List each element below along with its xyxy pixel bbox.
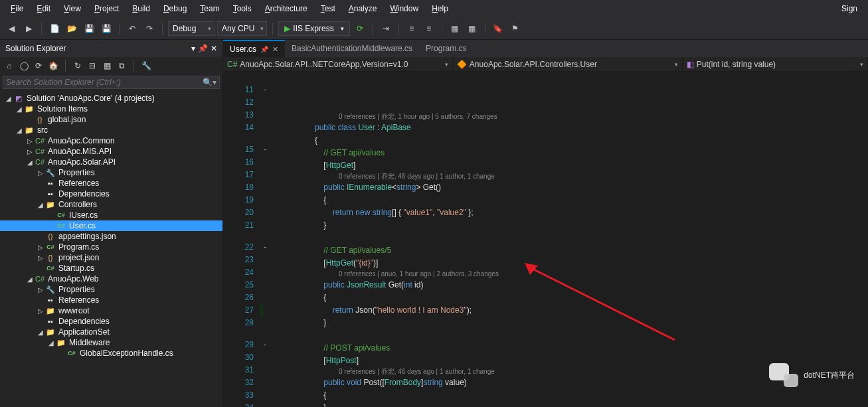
code-line[interactable] xyxy=(275,329,868,342)
undo-icon[interactable]: ↶ xyxy=(125,21,139,36)
code-line[interactable]: return Json("hello world ! I am Node3"); xyxy=(275,304,868,317)
sync-icon[interactable]: ⟳ xyxy=(33,60,44,71)
tree-item[interactable]: ◢C#AnuoApc.Web xyxy=(0,274,222,284)
code-line[interactable]: return new string[] { "value1", "value2"… xyxy=(275,206,868,219)
search-box[interactable]: 🔍▾ xyxy=(3,76,220,89)
uncomment-icon[interactable]: ▦ xyxy=(465,21,479,36)
home2-icon[interactable]: 🏠 xyxy=(48,60,58,71)
code-line[interactable]: } xyxy=(275,317,868,329)
outdent-icon[interactable]: ≡ xyxy=(422,21,436,36)
tree-item[interactable]: C#IUser.cs xyxy=(0,210,222,220)
back-icon[interactable]: ◀ xyxy=(4,21,19,36)
menu-test[interactable]: Test xyxy=(315,3,341,15)
tree-item[interactable]: ▪▪References xyxy=(0,295,222,305)
menu-project[interactable]: Project xyxy=(89,3,124,15)
code-line[interactable] xyxy=(275,232,868,244)
class-context[interactable]: 🔶AnuoApc.Solar.API.Controllers.User xyxy=(453,57,683,71)
flag-icon[interactable]: ⚑ xyxy=(508,21,523,36)
refresh2-icon[interactable]: ↻ xyxy=(72,60,83,71)
codelens[interactable]: 0 references | anuo, 1 hour ago | 2 auth… xyxy=(275,270,868,279)
platform-selector[interactable]: Any CPU xyxy=(217,21,267,36)
tree-item[interactable]: ◢📁src xyxy=(0,125,222,135)
tab-user-cs[interactable]: User.cs📌✕ xyxy=(223,40,285,57)
tree-item[interactable]: ▪▪Dependencies xyxy=(0,189,222,199)
tree-item[interactable]: C#GlobalExceptionHandle.cs xyxy=(0,348,222,359)
code-line[interactable]: [HttpGet] xyxy=(275,159,868,172)
code-line[interactable]: { xyxy=(275,194,868,206)
pin-icon[interactable]: 📌 xyxy=(260,46,268,53)
tree-item[interactable]: {}appsettings.json xyxy=(0,231,222,242)
home-icon[interactable]: ⌂ xyxy=(4,60,15,71)
config-selector[interactable]: Debug xyxy=(168,21,215,36)
menu-tools[interactable]: Tools xyxy=(228,3,257,15)
search-icon[interactable]: 🔍▾ xyxy=(203,78,217,87)
code-line[interactable]: } xyxy=(275,402,868,407)
copy-icon[interactable]: ⧉ xyxy=(116,60,127,71)
tree-item[interactable]: ▷{}project.json xyxy=(0,252,222,263)
tree-item[interactable]: ▪▪Dependencies xyxy=(0,316,222,327)
run-button[interactable]: ▶IIS Express▾ xyxy=(278,21,349,36)
menu-view[interactable]: View xyxy=(58,3,86,15)
menu-analyze[interactable]: Analyze xyxy=(343,3,383,15)
project-context[interactable]: C#AnuoApc.Solar.API..NETCoreApp,Version=… xyxy=(223,57,453,71)
close-icon[interactable]: ✕ xyxy=(211,44,217,53)
code-line[interactable]: // GET api/values/5 xyxy=(275,244,868,257)
tree-item[interactable]: ▪▪References xyxy=(0,178,222,189)
step-icon[interactable]: ⇥ xyxy=(379,21,393,36)
code-line[interactable]: public class User : ApiBase xyxy=(275,122,868,134)
tree-item[interactable]: ▷🔧Properties xyxy=(0,167,222,178)
code-line[interactable]: public IEnumerable<string> Get() xyxy=(275,181,868,194)
code-line[interactable]: [HttpGet("{id}")] xyxy=(275,257,868,270)
menu-help[interactable]: Help xyxy=(426,3,454,15)
member-context[interactable]: ◧Put(int id, string value) xyxy=(683,57,868,71)
tree-item[interactable]: ▷C#AnuoApc.Common xyxy=(0,135,222,146)
code-line[interactable]: public void Post([FromBody]string value) xyxy=(275,376,868,389)
tree-item[interactable]: C#User.cs xyxy=(0,220,222,231)
indent-icon[interactable]: ≡ xyxy=(404,21,419,36)
tree-item[interactable]: ◢◩Solution 'AnuoApc.Core' (4 projects) xyxy=(0,93,222,104)
forward-icon[interactable]: ▶ xyxy=(21,21,36,36)
redo-icon[interactable]: ↷ xyxy=(142,21,157,36)
code-line[interactable]: public JsonResult Get(int id) xyxy=(275,279,868,291)
tab-program-cs[interactable]: Program.cs xyxy=(419,40,473,57)
properties-icon[interactable]: 🔧 xyxy=(141,60,151,71)
code-line[interactable]: // GET api/values xyxy=(275,147,868,159)
menu-file[interactable]: File xyxy=(5,3,29,15)
save-icon[interactable]: 💾 xyxy=(82,21,96,36)
tree-item[interactable]: ◢📁Middleware xyxy=(0,337,222,348)
save-all-icon[interactable]: 💾 xyxy=(99,21,114,36)
pin-icon[interactable]: 📌 xyxy=(198,44,208,53)
close-tab-icon[interactable]: ✕ xyxy=(272,45,278,54)
codelens[interactable]: 0 references | 乔宏, 1 hour ago | 5 author… xyxy=(275,112,868,122)
code-line[interactable]: { xyxy=(275,134,868,147)
bookmark-icon[interactable]: 🔖 xyxy=(491,21,505,36)
code-line[interactable]: // POST api/values xyxy=(275,342,868,355)
code-line[interactable]: } xyxy=(275,219,868,232)
signin-link[interactable]: Sign xyxy=(836,3,863,15)
menu-build[interactable]: Build xyxy=(127,3,155,15)
tab-basicauthenticationmiddleware-cs[interactable]: BasicAuthenticationMiddleware.cs xyxy=(285,40,419,57)
dropdown-icon[interactable]: ▾ xyxy=(191,44,195,53)
menu-window[interactable]: Window xyxy=(385,3,424,15)
refresh-icon[interactable]: ⟳ xyxy=(353,21,367,36)
tree-item[interactable]: ▷C#AnuoApc.MIS.API xyxy=(0,146,222,157)
tree-item[interactable]: ◢📁Solution Items xyxy=(0,104,222,114)
code-line[interactable]: { xyxy=(275,291,868,304)
menu-team[interactable]: Team xyxy=(195,3,224,15)
tree-item[interactable]: ▷C#Program.cs xyxy=(0,242,222,252)
tree-item[interactable]: ◢📁Controllers xyxy=(0,199,222,210)
comment-icon[interactable]: ▦ xyxy=(448,21,462,36)
solution-tree[interactable]: ◢◩Solution 'AnuoApc.Core' (4 projects)◢📁… xyxy=(0,92,222,407)
back-nav-icon[interactable]: ◯ xyxy=(19,60,29,71)
tree-item[interactable]: {}global.json xyxy=(0,114,222,125)
tree-item[interactable]: ◢📁ApplicationSet xyxy=(0,327,222,337)
menu-edit[interactable]: Edit xyxy=(31,3,56,15)
showall-icon[interactable]: ▦ xyxy=(102,60,112,71)
tree-item[interactable]: C#Startup.cs xyxy=(0,263,222,274)
new-project-icon[interactable]: 📄 xyxy=(47,21,62,36)
codelens[interactable]: 0 references | 乔宏, 46 days ago | 1 autho… xyxy=(275,172,868,181)
code-editor[interactable]: 1112131415161718192021222324252627282930… xyxy=(223,72,868,407)
menu-architecture[interactable]: Architecture xyxy=(260,3,313,15)
code-line[interactable]: [HttpPost] xyxy=(275,355,868,367)
open-icon[interactable]: 📂 xyxy=(64,21,79,36)
